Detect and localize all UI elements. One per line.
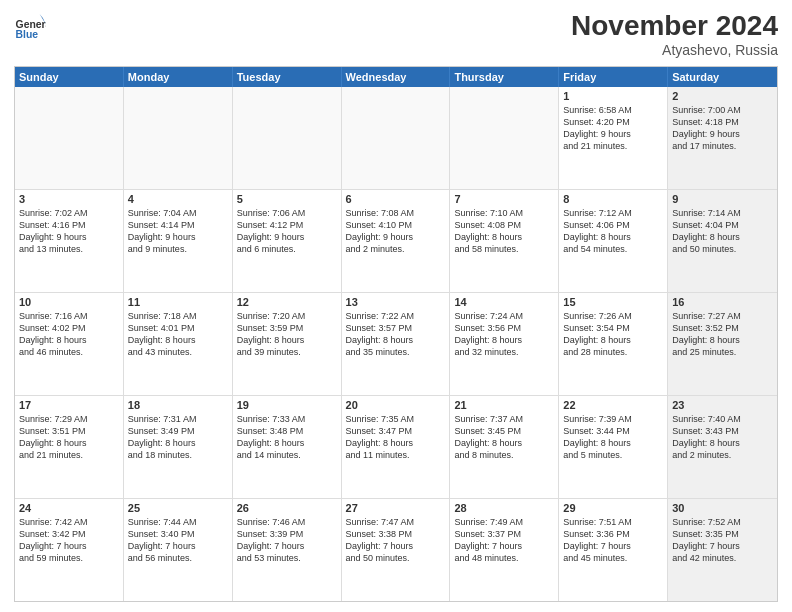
day-number: 15 (563, 296, 663, 308)
day-number: 20 (346, 399, 446, 411)
calendar-cell: 29Sunrise: 7:51 AM Sunset: 3:36 PM Dayli… (559, 499, 668, 601)
day-number: 5 (237, 193, 337, 205)
day-info: Sunrise: 7:00 AM Sunset: 4:18 PM Dayligh… (672, 104, 773, 153)
calendar-cell: 26Sunrise: 7:46 AM Sunset: 3:39 PM Dayli… (233, 499, 342, 601)
day-number: 28 (454, 502, 554, 514)
calendar-cell: 20Sunrise: 7:35 AM Sunset: 3:47 PM Dayli… (342, 396, 451, 498)
day-info: Sunrise: 7:40 AM Sunset: 3:43 PM Dayligh… (672, 413, 773, 462)
calendar-cell: 25Sunrise: 7:44 AM Sunset: 3:40 PM Dayli… (124, 499, 233, 601)
day-info: Sunrise: 7:12 AM Sunset: 4:06 PM Dayligh… (563, 207, 663, 256)
day-info: Sunrise: 7:33 AM Sunset: 3:48 PM Dayligh… (237, 413, 337, 462)
calendar-cell: 1Sunrise: 6:58 AM Sunset: 4:20 PM Daylig… (559, 87, 668, 189)
calendar-cell: 30Sunrise: 7:52 AM Sunset: 3:35 PM Dayli… (668, 499, 777, 601)
day-info: Sunrise: 7:47 AM Sunset: 3:38 PM Dayligh… (346, 516, 446, 565)
calendar-row: 3Sunrise: 7:02 AM Sunset: 4:16 PM Daylig… (15, 190, 777, 293)
calendar-cell (233, 87, 342, 189)
day-number: 18 (128, 399, 228, 411)
day-info: Sunrise: 7:02 AM Sunset: 4:16 PM Dayligh… (19, 207, 119, 256)
day-number: 7 (454, 193, 554, 205)
day-number: 4 (128, 193, 228, 205)
day-info: Sunrise: 7:08 AM Sunset: 4:10 PM Dayligh… (346, 207, 446, 256)
day-info: Sunrise: 7:16 AM Sunset: 4:02 PM Dayligh… (19, 310, 119, 359)
calendar-cell (15, 87, 124, 189)
calendar-cell: 4Sunrise: 7:04 AM Sunset: 4:14 PM Daylig… (124, 190, 233, 292)
day-info: Sunrise: 7:26 AM Sunset: 3:54 PM Dayligh… (563, 310, 663, 359)
day-number: 16 (672, 296, 773, 308)
day-number: 3 (19, 193, 119, 205)
calendar-cell: 23Sunrise: 7:40 AM Sunset: 3:43 PM Dayli… (668, 396, 777, 498)
day-info: Sunrise: 7:49 AM Sunset: 3:37 PM Dayligh… (454, 516, 554, 565)
svg-text:General: General (16, 19, 46, 30)
header-wednesday: Wednesday (342, 67, 451, 87)
calendar-cell: 2Sunrise: 7:00 AM Sunset: 4:18 PM Daylig… (668, 87, 777, 189)
calendar-cell: 10Sunrise: 7:16 AM Sunset: 4:02 PM Dayli… (15, 293, 124, 395)
day-info: Sunrise: 7:44 AM Sunset: 3:40 PM Dayligh… (128, 516, 228, 565)
header-sunday: Sunday (15, 67, 124, 87)
calendar-cell: 3Sunrise: 7:02 AM Sunset: 4:16 PM Daylig… (15, 190, 124, 292)
calendar-cell: 5Sunrise: 7:06 AM Sunset: 4:12 PM Daylig… (233, 190, 342, 292)
day-info: Sunrise: 7:29 AM Sunset: 3:51 PM Dayligh… (19, 413, 119, 462)
calendar-cell: 17Sunrise: 7:29 AM Sunset: 3:51 PM Dayli… (15, 396, 124, 498)
day-number: 29 (563, 502, 663, 514)
calendar-row: 24Sunrise: 7:42 AM Sunset: 3:42 PM Dayli… (15, 499, 777, 601)
calendar-cell: 6Sunrise: 7:08 AM Sunset: 4:10 PM Daylig… (342, 190, 451, 292)
logo: General Blue (14, 10, 46, 42)
day-number: 14 (454, 296, 554, 308)
calendar-header: Sunday Monday Tuesday Wednesday Thursday… (15, 67, 777, 87)
day-info: Sunrise: 7:18 AM Sunset: 4:01 PM Dayligh… (128, 310, 228, 359)
day-number: 27 (346, 502, 446, 514)
day-number: 19 (237, 399, 337, 411)
calendar-cell: 13Sunrise: 7:22 AM Sunset: 3:57 PM Dayli… (342, 293, 451, 395)
day-number: 6 (346, 193, 446, 205)
calendar-cell: 27Sunrise: 7:47 AM Sunset: 3:38 PM Dayli… (342, 499, 451, 601)
calendar-cell: 15Sunrise: 7:26 AM Sunset: 3:54 PM Dayli… (559, 293, 668, 395)
day-number: 25 (128, 502, 228, 514)
day-number: 21 (454, 399, 554, 411)
day-number: 11 (128, 296, 228, 308)
calendar-cell: 12Sunrise: 7:20 AM Sunset: 3:59 PM Dayli… (233, 293, 342, 395)
header-friday: Friday (559, 67, 668, 87)
calendar-cell: 24Sunrise: 7:42 AM Sunset: 3:42 PM Dayli… (15, 499, 124, 601)
header-monday: Monday (124, 67, 233, 87)
calendar-body: 1Sunrise: 6:58 AM Sunset: 4:20 PM Daylig… (15, 87, 777, 601)
day-info: Sunrise: 7:37 AM Sunset: 3:45 PM Dayligh… (454, 413, 554, 462)
day-info: Sunrise: 7:46 AM Sunset: 3:39 PM Dayligh… (237, 516, 337, 565)
day-info: Sunrise: 7:20 AM Sunset: 3:59 PM Dayligh… (237, 310, 337, 359)
day-info: Sunrise: 7:52 AM Sunset: 3:35 PM Dayligh… (672, 516, 773, 565)
day-number: 13 (346, 296, 446, 308)
calendar-cell: 19Sunrise: 7:33 AM Sunset: 3:48 PM Dayli… (233, 396, 342, 498)
day-number: 17 (19, 399, 119, 411)
day-info: Sunrise: 7:51 AM Sunset: 3:36 PM Dayligh… (563, 516, 663, 565)
calendar-cell: 9Sunrise: 7:14 AM Sunset: 4:04 PM Daylig… (668, 190, 777, 292)
day-info: Sunrise: 7:39 AM Sunset: 3:44 PM Dayligh… (563, 413, 663, 462)
svg-text:Blue: Blue (16, 29, 39, 40)
day-info: Sunrise: 7:35 AM Sunset: 3:47 PM Dayligh… (346, 413, 446, 462)
day-info: Sunrise: 7:06 AM Sunset: 4:12 PM Dayligh… (237, 207, 337, 256)
calendar-cell (450, 87, 559, 189)
calendar-cell: 22Sunrise: 7:39 AM Sunset: 3:44 PM Dayli… (559, 396, 668, 498)
calendar-cell: 7Sunrise: 7:10 AM Sunset: 4:08 PM Daylig… (450, 190, 559, 292)
calendar-cell (124, 87, 233, 189)
day-number: 24 (19, 502, 119, 514)
calendar-row: 10Sunrise: 7:16 AM Sunset: 4:02 PM Dayli… (15, 293, 777, 396)
calendar-row: 17Sunrise: 7:29 AM Sunset: 3:51 PM Dayli… (15, 396, 777, 499)
calendar-cell: 16Sunrise: 7:27 AM Sunset: 3:52 PM Dayli… (668, 293, 777, 395)
day-info: Sunrise: 7:10 AM Sunset: 4:08 PM Dayligh… (454, 207, 554, 256)
month-title: November 2024 (571, 10, 778, 42)
calendar-cell: 11Sunrise: 7:18 AM Sunset: 4:01 PM Dayli… (124, 293, 233, 395)
calendar-cell: 28Sunrise: 7:49 AM Sunset: 3:37 PM Dayli… (450, 499, 559, 601)
day-number: 10 (19, 296, 119, 308)
header-tuesday: Tuesday (233, 67, 342, 87)
calendar-cell: 8Sunrise: 7:12 AM Sunset: 4:06 PM Daylig… (559, 190, 668, 292)
day-info: Sunrise: 7:14 AM Sunset: 4:04 PM Dayligh… (672, 207, 773, 256)
calendar-cell: 18Sunrise: 7:31 AM Sunset: 3:49 PM Dayli… (124, 396, 233, 498)
calendar-cell: 14Sunrise: 7:24 AM Sunset: 3:56 PM Dayli… (450, 293, 559, 395)
location: Atyashevo, Russia (571, 42, 778, 58)
header-thursday: Thursday (450, 67, 559, 87)
day-number: 8 (563, 193, 663, 205)
day-number: 12 (237, 296, 337, 308)
day-info: Sunrise: 7:27 AM Sunset: 3:52 PM Dayligh… (672, 310, 773, 359)
day-number: 30 (672, 502, 773, 514)
day-number: 22 (563, 399, 663, 411)
day-number: 9 (672, 193, 773, 205)
